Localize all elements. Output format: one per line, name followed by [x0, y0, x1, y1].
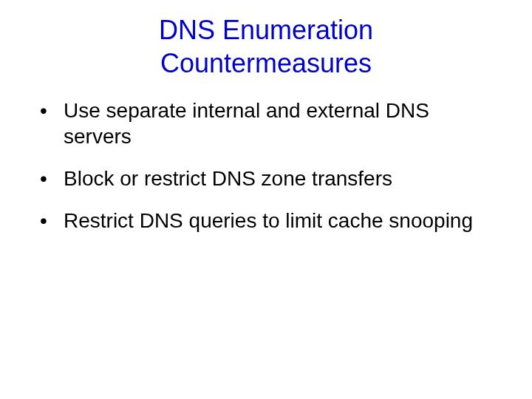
- title-line-2: Countermeasures: [160, 48, 372, 78]
- title-line-1: DNS Enumeration: [159, 15, 373, 45]
- list-item: Use separate internal and external DNS s…: [30, 98, 502, 149]
- bullet-list: Use separate internal and external DNS s…: [30, 98, 502, 233]
- list-item: Restrict DNS queries to limit cache snoo…: [30, 208, 502, 233]
- slide-title: DNS Enumeration Countermeasures: [30, 13, 502, 80]
- list-item: Block or restrict DNS zone transfers: [30, 166, 502, 191]
- slide: DNS Enumeration Countermeasures Use sepa…: [0, 0, 532, 399]
